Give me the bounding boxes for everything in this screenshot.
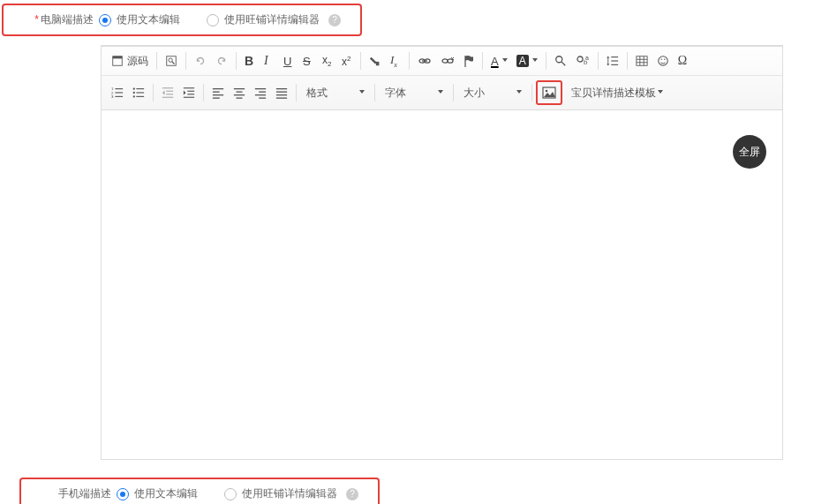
- source-button[interactable]: 源码: [108, 51, 152, 71]
- chevron-down-icon: [438, 90, 443, 95]
- radio-use-wangpu-editor[interactable]: 使用旺铺详情编辑器 ?: [224, 486, 358, 501]
- align-right-icon: [254, 87, 267, 99]
- ol-icon: 123: [111, 87, 124, 99]
- help-icon[interactable]: ?: [328, 14, 341, 26]
- align-center-button[interactable]: [230, 83, 249, 102]
- separator: [598, 52, 599, 70]
- italic-icon: I: [264, 54, 268, 68]
- font-dropdown[interactable]: 字体: [380, 83, 448, 102]
- chevron-down-icon: [658, 90, 663, 95]
- flag-button[interactable]: [460, 51, 478, 71]
- align-justify-icon: [275, 87, 288, 99]
- radio-label: 使用文本编辑: [134, 486, 198, 501]
- preview-button[interactable]: [162, 51, 181, 71]
- special-char-button[interactable]: Ω: [675, 51, 692, 71]
- undo-icon: [194, 55, 207, 67]
- svg-text:a: a: [585, 55, 589, 61]
- radio-use-text-editor[interactable]: 使用文本编辑: [117, 486, 198, 501]
- desktop-radio-group: 使用文本编辑 使用旺铺详情编辑器 ?: [99, 12, 341, 27]
- emoji-button[interactable]: [653, 51, 673, 71]
- radio-use-text-editor[interactable]: 使用文本编辑: [99, 12, 180, 27]
- svg-rect-2: [167, 56, 177, 66]
- indent-icon: [183, 87, 195, 99]
- superscript-button[interactable]: x2: [338, 51, 356, 71]
- chevron-down-icon: [502, 58, 508, 64]
- size-dropdown[interactable]: 大小: [458, 83, 527, 102]
- separator: [360, 52, 361, 70]
- source-label: 源码: [127, 54, 148, 69]
- redo-button[interactable]: [212, 51, 231, 71]
- indent-button[interactable]: [179, 83, 199, 102]
- bold-icon: B: [245, 54, 253, 68]
- strikethrough-button[interactable]: S: [299, 51, 317, 71]
- replace-button[interactable]: ba: [572, 51, 593, 71]
- bold-button[interactable]: B: [241, 51, 259, 71]
- align-justify-button[interactable]: [272, 83, 291, 102]
- toolbar-row-2: 123: [102, 75, 782, 109]
- superscript-icon: x2: [342, 55, 350, 68]
- toolbar-row-1: 源码 B I U S x2 x2 Ix: [102, 47, 782, 75]
- bg-color-icon: A: [516, 55, 529, 67]
- separator: [296, 84, 297, 102]
- chevron-down-icon: [532, 58, 538, 64]
- svg-point-37: [133, 87, 135, 89]
- editor-toolbar: 源码 B I U S x2 x2 Ix: [101, 46, 783, 110]
- underline-button[interactable]: U: [280, 51, 298, 71]
- line-height-button[interactable]: [603, 51, 622, 71]
- radio-dot-icon: [224, 488, 237, 500]
- align-left-icon: [212, 87, 224, 99]
- svg-rect-5: [376, 62, 380, 65]
- align-right-button[interactable]: [251, 83, 270, 102]
- undo-button[interactable]: [191, 51, 210, 71]
- format-painter-button[interactable]: [366, 51, 385, 71]
- fullscreen-label: 全屏: [739, 145, 760, 160]
- unlink-button[interactable]: [437, 51, 458, 71]
- mobile-radio-group: 使用文本编辑 使用旺铺详情编辑器 ?: [117, 486, 358, 501]
- bg-color-button[interactable]: A: [513, 51, 541, 71]
- radio-use-wangpu-editor[interactable]: 使用旺铺详情编辑器 ?: [207, 12, 341, 27]
- emoji-icon: [657, 55, 669, 67]
- outdent-button[interactable]: [158, 83, 177, 102]
- numbered-list-button[interactable]: 123: [108, 83, 127, 102]
- strike-icon: S: [303, 55, 311, 68]
- find-icon: [554, 55, 567, 67]
- underline-icon: U: [283, 55, 291, 68]
- rich-text-editor: 源码 B I U S x2 x2 Ix: [101, 45, 783, 460]
- separator: [203, 84, 204, 102]
- chevron-down-icon: [516, 90, 522, 95]
- subscript-button[interactable]: x2: [319, 51, 336, 71]
- bulleted-list-button[interactable]: [129, 83, 148, 102]
- radio-dot-icon: [207, 14, 219, 26]
- remove-format-button[interactable]: Ix: [387, 51, 404, 71]
- table-icon: [636, 55, 648, 67]
- separator: [531, 84, 532, 102]
- separator: [153, 84, 154, 102]
- desktop-description-row: *电脑端描述 使用文本编辑 使用旺铺详情编辑器 ?: [2, 4, 362, 36]
- help-icon[interactable]: ?: [346, 488, 358, 500]
- remove-format-icon: Ix: [390, 53, 397, 69]
- svg-text:3: 3: [111, 94, 114, 99]
- image-button[interactable]: [539, 83, 560, 102]
- editor-body[interactable]: 全屏: [101, 110, 783, 459]
- italic-button[interactable]: I: [260, 51, 278, 71]
- svg-point-68: [546, 90, 548, 93]
- svg-point-14: [555, 56, 562, 63]
- align-left-button[interactable]: [208, 83, 228, 102]
- link-icon: [418, 56, 432, 66]
- separator: [627, 52, 628, 70]
- radio-dot-icon: [117, 488, 129, 500]
- text-color-button[interactable]: A: [487, 51, 511, 71]
- fullscreen-button[interactable]: 全屏: [733, 135, 766, 169]
- find-button[interactable]: [551, 51, 570, 71]
- link-button[interactable]: [414, 51, 435, 71]
- required-marker: *: [34, 13, 39, 26]
- mobile-description-row: 手机端描述 使用文本编辑 使用旺铺详情编辑器 ?: [19, 478, 380, 504]
- dropdown-label: 字体: [385, 86, 406, 101]
- description-template-dropdown[interactable]: 宝贝详情描述模板: [571, 86, 663, 101]
- unlink-icon: [441, 56, 455, 66]
- format-dropdown[interactable]: 格式: [301, 83, 370, 102]
- radio-label: 使用旺铺详情编辑器: [224, 12, 320, 27]
- svg-line-4: [172, 62, 175, 64]
- line-height-icon: [607, 55, 619, 67]
- table-button[interactable]: [632, 51, 652, 71]
